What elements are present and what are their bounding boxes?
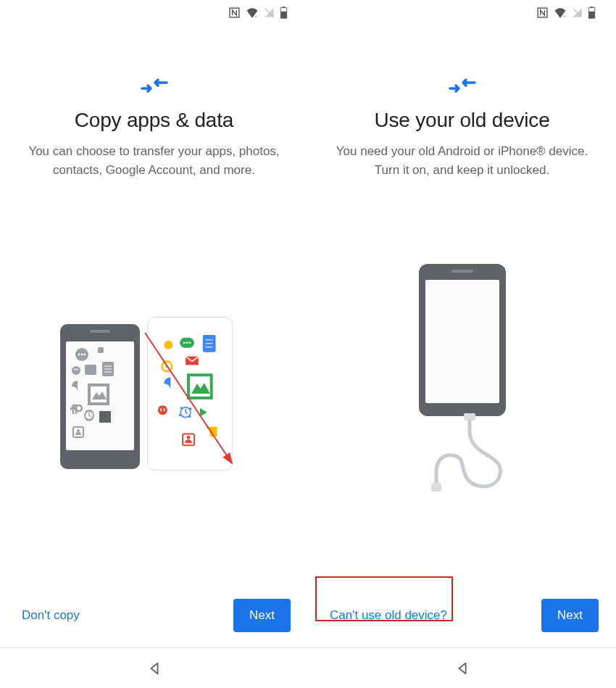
bottom-bar: Don't copy Next [0, 584, 308, 647]
svg-point-39 [180, 407, 182, 409]
two-phones-graphic [60, 324, 249, 484]
svg-point-23 [77, 429, 80, 432]
transfer-icon [334, 74, 590, 99]
svg-rect-54 [431, 483, 441, 492]
svg-rect-19 [91, 386, 107, 402]
battery-icon [588, 7, 596, 19]
svg-point-27 [186, 341, 188, 344]
svg-point-41 [178, 414, 180, 416]
nav-back-left[interactable] [0, 648, 308, 688]
svg-rect-6 [280, 11, 287, 17]
svg-point-40 [188, 415, 191, 418]
svg-rect-13 [85, 365, 96, 375]
svg-point-28 [188, 341, 191, 344]
svg-point-9 [80, 353, 83, 355]
screen-copy-apps: Copy apps & data You can choose to trans… [0, 0, 308, 647]
dont-copy-button[interactable]: Don't copy [17, 602, 84, 629]
back-icon [146, 660, 162, 676]
status-bar [0, 0, 308, 22]
nfc-icon [536, 7, 549, 19]
nfc-icon [228, 7, 241, 19]
page-subtitle: You need your old Android or iPhone® dev… [334, 142, 590, 181]
screen-use-old-device: Use your old device You need your old An… [308, 0, 616, 647]
new-phone-graphic [147, 317, 233, 471]
signal-icon [572, 7, 583, 18]
phone-with-cable-graphic [419, 264, 506, 493]
page-title: Use your old device [334, 109, 590, 132]
battery-icon [280, 7, 288, 19]
svg-point-12 [72, 366, 80, 375]
svg-point-8 [78, 353, 80, 355]
illustration-copy [0, 181, 308, 584]
illustration-old-device [308, 181, 616, 584]
next-button[interactable]: Next [233, 599, 291, 632]
cant-use-old-device-button[interactable]: Can't use old device? [325, 602, 451, 629]
android-navbar-row [0, 647, 616, 688]
header-area: Use your old device You need your old An… [308, 22, 616, 181]
header-area: Copy apps & data You can choose to trans… [0, 22, 308, 181]
next-button[interactable]: Next [541, 599, 599, 632]
svg-point-10 [83, 353, 86, 355]
old-phone-graphic [60, 324, 140, 469]
back-icon [454, 660, 470, 676]
svg-point-2 [256, 16, 257, 17]
svg-point-44 [186, 436, 190, 439]
svg-point-35 [165, 365, 168, 368]
svg-point-26 [183, 341, 185, 344]
svg-point-42 [189, 407, 191, 410]
signal-icon [264, 7, 275, 18]
wifi-icon [246, 7, 259, 18]
status-bar [308, 0, 616, 22]
transfer-icon [26, 74, 282, 99]
svg-rect-21 [99, 411, 111, 423]
page-subtitle: You can choose to transfer your apps, ph… [26, 142, 282, 181]
svg-rect-11 [98, 347, 104, 353]
screens-row: Copy apps & data You can choose to trans… [0, 0, 616, 647]
svg-rect-52 [588, 11, 595, 17]
nav-back-right[interactable] [308, 648, 616, 688]
svg-point-48 [564, 16, 565, 17]
svg-rect-43 [183, 434, 194, 445]
bottom-bar: Can't use old device? Next [308, 584, 616, 647]
svg-point-24 [164, 341, 172, 349]
wifi-icon [554, 7, 567, 18]
page-title: Copy apps & data [26, 109, 282, 132]
